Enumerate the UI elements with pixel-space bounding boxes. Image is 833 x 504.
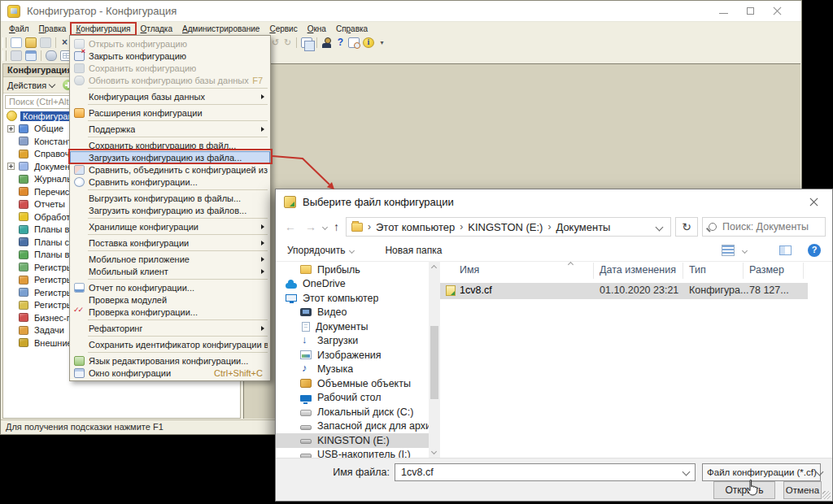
- resize-grip-icon[interactable]: [822, 491, 831, 499]
- view-list-icon[interactable]: [722, 245, 735, 256]
- up-icon[interactable]: ↑: [331, 221, 342, 232]
- column-name[interactable]: Имя: [460, 264, 479, 276]
- expand-icon[interactable]: [7, 125, 15, 133]
- menu-item[interactable]: Проверка модулей: [70, 293, 270, 306]
- menu-item[interactable]: Расширения конфигурации: [70, 106, 270, 119]
- nav-item[interactable]: Локальный диск (C:): [276, 405, 429, 419]
- save-icon[interactable]: [40, 37, 51, 48]
- menubar-item[interactable]: Правка: [34, 23, 72, 35]
- nav-item[interactable]: Музыка: [276, 363, 429, 377]
- undo-icon[interactable]: ↺: [269, 37, 281, 48]
- help-question-icon[interactable]: ?: [334, 37, 347, 48]
- info-icon[interactable]: [363, 37, 374, 48]
- nav-item[interactable]: OneDrive: [276, 277, 429, 292]
- column-divider[interactable]: [683, 263, 683, 279]
- config-tool-icon[interactable]: [11, 50, 22, 61]
- dialog-close-icon[interactable]: [803, 191, 824, 212]
- filetype-select[interactable]: Файл конфигурации (*.cf): [702, 463, 821, 481]
- menu-item[interactable]: Загрузить конфигурацию из файла...: [70, 151, 270, 163]
- menu-item[interactable]: Мобильное приложение: [70, 253, 270, 265]
- menu-item[interactable]: Сравнить, объединить с конфигурацией из …: [70, 163, 270, 176]
- minimize-icon[interactable]: [719, 7, 728, 15]
- nav-item[interactable]: Видео: [276, 306, 429, 320]
- nav-scrollbar[interactable]: [429, 261, 440, 458]
- new-folder-button[interactable]: Новая папка: [385, 245, 442, 256]
- column-divider[interactable]: [593, 263, 594, 279]
- scrollbar-thumb[interactable]: [430, 326, 438, 399]
- view-dropdown-icon[interactable]: [742, 247, 748, 253]
- column-size[interactable]: Размер: [749, 264, 784, 276]
- menubar-item[interactable]: Окна: [303, 23, 331, 35]
- menu-item[interactable]: Сохранить идентификатор конфигурации в ф…: [70, 338, 270, 350]
- menu-item[interactable]: Поддержка: [70, 123, 270, 135]
- forward-icon[interactable]: →: [303, 221, 319, 232]
- organize-dropdown-icon[interactable]: [349, 247, 355, 253]
- menubar-item[interactable]: Отладка: [136, 23, 178, 35]
- history-chevron-icon[interactable]: [322, 224, 328, 229]
- open-icon[interactable]: [25, 37, 37, 48]
- menu-item[interactable]: Отчет по конфигурации...: [70, 281, 270, 293]
- toolbar-grip[interactable]: [2, 37, 7, 48]
- menubar-item[interactable]: Администрирование: [177, 23, 264, 35]
- preview-pane-icon[interactable]: [779, 245, 792, 255]
- nav-item[interactable]: Объемные объекты: [276, 376, 429, 391]
- syntax-check-icon[interactable]: [321, 37, 333, 48]
- nav-item[interactable]: USB-накопитель (I:): [276, 448, 429, 459]
- nav-item[interactable]: Запасной диск для архива: [276, 419, 429, 434]
- nav-item[interactable]: Прибыль: [276, 263, 429, 277]
- menubar-item[interactable]: Файл: [4, 23, 34, 35]
- file-row[interactable]: 1cv8.cf 01.10.2020 23:21 Конфигура... 78…: [440, 283, 808, 299]
- menu-item[interactable]: Язык редактирования конфигурации...: [70, 354, 270, 367]
- refresh-button[interactable]: ↻: [675, 217, 698, 237]
- breadcrumb[interactable]: › Этот компьютер › KINGSTON (E:) › Докум…: [346, 217, 671, 237]
- chevron-down-icon[interactable]: [49, 80, 55, 87]
- copy-icon[interactable]: [301, 37, 312, 48]
- menu-item[interactable]: Мобильный клиент: [70, 265, 270, 277]
- menu-item[interactable]: Рефакторинг: [70, 322, 270, 334]
- menubar-item[interactable]: Сервис: [264, 23, 302, 35]
- menu-item[interactable]: Обновить конфигурацию базы данныхF7: [70, 74, 270, 86]
- expand-icon[interactable]: [7, 163, 15, 170]
- menu-item[interactable]: Поставка конфигурации: [70, 237, 270, 249]
- scroll-down-icon[interactable]: [431, 449, 437, 454]
- menu-item[interactable]: Хранилище конфигурации: [70, 220, 270, 232]
- menu-item[interactable]: Сохранить конфигурацию: [70, 62, 270, 74]
- scroll-up-icon[interactable]: [431, 265, 437, 271]
- filename-input[interactable]: 1cv8.cf: [395, 463, 696, 481]
- menu-item[interactable]: Конфигурация базы данных: [70, 90, 270, 102]
- breadcrumb-kingston[interactable]: KINGSTON (E:): [468, 221, 543, 233]
- help-icon[interactable]: [808, 244, 821, 257]
- filename-dropdown-icon[interactable]: [683, 467, 691, 476]
- toolbar-grip[interactable]: [2, 50, 7, 61]
- column-divider[interactable]: [803, 263, 804, 279]
- toolbar-overflow-icon[interactable]: ▾: [376, 37, 388, 48]
- maximize-icon[interactable]: [746, 7, 755, 15]
- menu-item[interactable]: Окно конфигурацииCtrl+Shift+C: [70, 367, 270, 379]
- nav-item[interactable]: Документы: [276, 319, 429, 334]
- menu-item[interactable]: Сохранить конфигурацию в файл...: [70, 139, 270, 151]
- breadcrumb-dropdown-icon[interactable]: [656, 223, 664, 231]
- menu-item[interactable]: Загрузить конфигурацию из файлов...: [70, 204, 270, 216]
- dialog-search-input[interactable]: Поиск: Документы: [702, 217, 826, 237]
- back-icon[interactable]: ←: [282, 221, 299, 232]
- nav-item[interactable]: Рабочий стол: [276, 391, 429, 406]
- menu-item[interactable]: Проверка конфигурации...: [70, 306, 270, 318]
- organize-button[interactable]: Упорядочить: [287, 245, 345, 256]
- column-date[interactable]: Дата изменения: [600, 264, 676, 276]
- database-icon[interactable]: [46, 50, 57, 61]
- menu-item[interactable]: Сравнить конфигурации...: [70, 176, 270, 188]
- menu-item[interactable]: Закрыть конфигурацию: [70, 50, 270, 62]
- menubar-item[interactable]: Конфигурация: [71, 23, 135, 35]
- close-icon[interactable]: [773, 7, 782, 15]
- menu-item[interactable]: Открыть конфигурацию: [70, 37, 270, 50]
- nav-item[interactable]: Загрузки: [276, 334, 429, 349]
- config-window-icon[interactable]: [25, 50, 37, 61]
- actions-button[interactable]: Действия: [7, 80, 46, 90]
- column-divider[interactable]: [743, 263, 744, 279]
- menu-item[interactable]: Выгрузить конфигурацию в файлы...: [70, 192, 270, 204]
- nav-item[interactable]: KINGSTON (E:): [276, 433, 429, 448]
- sort-ascending-icon[interactable]: [568, 262, 574, 267]
- breadcrumb-this-pc[interactable]: Этот компьютер: [376, 221, 455, 233]
- redo-icon[interactable]: ↻: [281, 37, 294, 48]
- find-in-document-icon[interactable]: [348, 37, 360, 48]
